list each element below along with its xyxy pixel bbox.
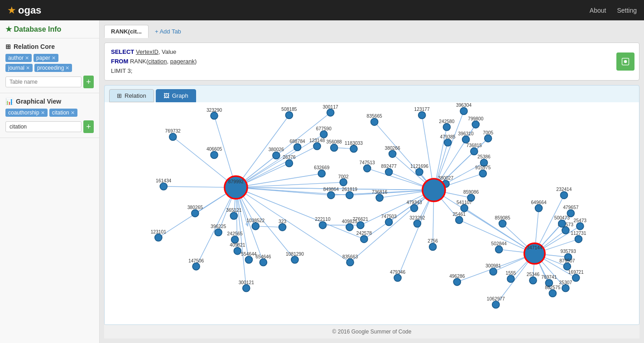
node-879992-hub[interactable]: 879992 — [225, 176, 247, 199]
svg-point-244 — [562, 285, 569, 292]
tag-paper[interactable]: paper ✕ — [34, 54, 58, 62]
svg-text:835663: 835663 — [342, 254, 358, 259]
node-356088[interactable]: 356088 — [327, 140, 342, 152]
graph-name-input[interactable] — [5, 121, 82, 132]
node-123148[interactable]: 123148 — [309, 138, 325, 150]
node-654646[interactable]: 654646 — [255, 254, 271, 266]
node-261819[interactable]: 261819 — [342, 187, 358, 199]
svg-text:654646: 654646 — [255, 254, 271, 259]
tag-coauthorship[interactable]: coauthorship ✕ — [5, 109, 48, 117]
svg-point-1 — [624, 60, 627, 63]
node-147506[interactable]: 147506 — [188, 258, 204, 270]
node-25473[interactable]: 25473 — [574, 218, 587, 230]
svg-text:799800: 799800 — [468, 116, 484, 121]
logo-star: ★ — [7, 5, 16, 16]
node-396304[interactable]: 396304 — [456, 103, 472, 115]
tag-paper-close[interactable]: ✕ — [52, 55, 56, 61]
add-graph-button[interactable]: + — [83, 120, 94, 133]
node-7002[interactable]: 7002 — [338, 174, 349, 186]
relation-tab[interactable]: ⊞ Relation — [109, 89, 154, 102]
table-name-input[interactable] — [5, 76, 82, 87]
tag-proceeding[interactable]: proceeding ✕ — [34, 64, 72, 72]
tag-author-close[interactable]: ✕ — [25, 55, 29, 61]
tab-rank[interactable]: RANK(cit... — [104, 25, 149, 38]
content-area: RANK(cit... + Add Tab SELECT VertexID, V… — [100, 20, 644, 343]
svg-point-142 — [318, 170, 325, 177]
run-query-button[interactable] — [616, 52, 634, 71]
node-677590[interactable]: 677590 — [316, 126, 332, 138]
graph-tab[interactable]: 🖼 Graph — [156, 89, 196, 102]
node-479346[interactable]: 479346 — [390, 270, 406, 281]
svg-point-242 — [572, 274, 580, 281]
node-380266[interactable]: 380266 — [385, 146, 401, 157]
node-1081290[interactable]: 1081290 — [286, 252, 304, 263]
svg-text:1555: 1555 — [506, 271, 516, 276]
node-799800[interactable]: 799800 — [468, 116, 484, 128]
node-736815[interactable]: 736815 — [466, 143, 482, 155]
node-2756[interactable]: 2756 — [428, 239, 438, 251]
svg-point-162 — [456, 217, 463, 224]
node-502844[interactable]: 502844 — [491, 241, 507, 253]
about-link[interactable]: About — [590, 7, 606, 14]
node-323290[interactable]: 323290 — [207, 108, 222, 119]
node-222110[interactable]: 222110 — [315, 217, 331, 229]
node-300117[interactable]: 300117 — [323, 105, 339, 116]
node-25307[interactable]: 25307 — [559, 280, 572, 292]
node-365121[interactable]: 365121 — [226, 208, 242, 219]
node-835663[interactable]: 835663 — [342, 254, 358, 266]
node-123101[interactable]: 123101 — [151, 229, 167, 241]
tag-proceeding-close[interactable]: ✕ — [65, 65, 69, 71]
node-242580[interactable]: 242580 — [439, 119, 455, 131]
node-1183033[interactable]: 1183033 — [345, 141, 363, 152]
node-769732[interactable]: 769732 — [165, 129, 181, 141]
node-1062977[interactable]: 1062977 — [487, 297, 505, 309]
tag-journal[interactable]: journal ✕ — [5, 64, 33, 72]
node-300121[interactable]: 300121 — [239, 280, 255, 292]
node-380265[interactable]: 380265 — [187, 205, 203, 217]
node-7005[interactable]: 7005 — [483, 130, 493, 142]
node-161434[interactable]: 161434 — [156, 178, 172, 190]
node-479385[interactable]: 479385 — [440, 134, 456, 146]
node-242565[interactable]: 242565 — [227, 232, 243, 243]
node-123177[interactable]: 123177 — [414, 107, 430, 119]
node-849864[interactable]: 849864 — [323, 187, 339, 199]
svg-point-150 — [327, 192, 335, 199]
svg-text:123177: 123177 — [414, 107, 430, 112]
node-688784[interactable]: 688784 — [290, 139, 306, 151]
node-862575[interactable]: 862575 — [545, 285, 561, 297]
svg-text:396304: 396304 — [456, 103, 472, 108]
node-406605[interactable]: 406605 — [207, 147, 222, 159]
node-736816[interactable]: 736816 — [372, 190, 388, 201]
svg-point-220 — [243, 285, 250, 292]
tag-citation-close[interactable]: ✕ — [71, 110, 75, 116]
svg-point-192 — [245, 256, 252, 263]
tag-author[interactable]: author ✕ — [5, 54, 32, 62]
setting-link[interactable]: Setting — [617, 7, 637, 14]
svg-point-126 — [313, 143, 321, 150]
add-tab-button[interactable]: + Add Tab — [150, 25, 186, 38]
node-396225[interactable]: 396225 — [211, 224, 226, 236]
node-25346[interactable]: 25346 — [527, 272, 540, 284]
node-347144-hub[interactable]: 347144 — [524, 243, 545, 264]
node-859085[interactable]: 859085 — [495, 215, 511, 227]
node-232414[interactable]: 232414 — [556, 187, 572, 199]
node-25386[interactable]: 25386 — [477, 155, 490, 167]
node-845c-hub[interactable] — [423, 179, 445, 201]
svg-text:835665: 835665 — [367, 114, 383, 119]
svg-text:502844: 502844 — [491, 241, 507, 246]
node-508185[interactable]: 508185 — [281, 107, 297, 119]
node-1121696[interactable]: 1121696 — [410, 164, 428, 176]
tag-citation[interactable]: citation ✕ — [49, 109, 77, 117]
svg-point-186 — [231, 236, 239, 243]
node-649664[interactable]: 649664 — [531, 200, 547, 212]
node-323292[interactable]: 323292 — [409, 215, 425, 227]
node-323b[interactable]: 323 — [279, 219, 286, 231]
node-479343[interactable]: 479343 — [406, 200, 422, 212]
node-1555[interactable]: 1555 — [506, 271, 516, 282]
tag-coauthorship-close[interactable]: ✕ — [41, 110, 45, 116]
node-632669[interactable]: 632669 — [314, 166, 330, 177]
node-835665[interactable]: 835665 — [367, 114, 383, 126]
tag-journal-close[interactable]: ✕ — [26, 65, 30, 71]
node-396310[interactable]: 396310 — [458, 131, 474, 143]
add-table-button[interactable]: + — [83, 76, 94, 88]
